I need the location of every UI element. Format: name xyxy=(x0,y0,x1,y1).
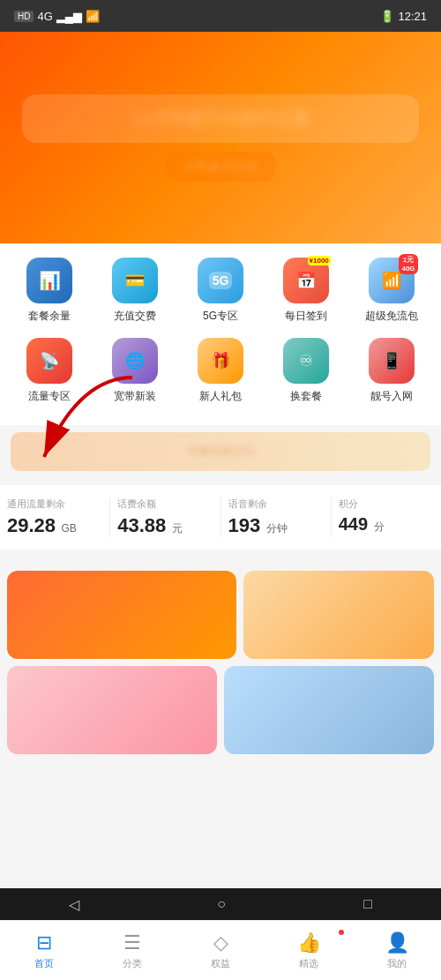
nav-category-label: 分类 xyxy=(123,957,142,970)
system-nav: ◁ ○ □ xyxy=(0,888,441,920)
stat-yuyin-name: 语音剩余 xyxy=(228,497,324,511)
divider-3 xyxy=(0,550,441,557)
nav-mine[interactable]: 👤 我的 xyxy=(353,926,441,976)
back-button[interactable]: ◁ xyxy=(69,896,79,913)
nav-benefits-label: 权益 xyxy=(211,957,230,970)
stat-liuliang-value: 29.28 xyxy=(7,514,56,536)
nav-home-label: 首页 xyxy=(34,957,54,970)
menu-label-huan: 换套餐 xyxy=(290,389,322,404)
stat-jifen-value: 449 xyxy=(339,514,368,534)
menu-label-mianliubao: 超级免流包 xyxy=(365,309,418,324)
menu-icon-5g: 5G xyxy=(198,258,243,303)
menu-icon-meiri: 📅 ¥1000 xyxy=(283,258,329,303)
mianliubao-icon: 📶 xyxy=(382,271,401,290)
chongzhi-icon: 💳 xyxy=(125,271,145,290)
promo-sub: 立即参与活动 xyxy=(183,159,258,175)
card-1[interactable] xyxy=(7,571,236,659)
card-row-1 xyxy=(7,571,434,659)
menu-icon-mianliubao: 📶 1元40G xyxy=(369,258,415,303)
menu-label-meiri: 每日签到 xyxy=(285,309,327,324)
menu-item-kuandai[interactable]: 🌐 宽带新装 xyxy=(100,338,170,404)
stat-yuyin: 语音剩余 193 分钟 xyxy=(221,497,332,537)
menu-label-hao: 靓号入网 xyxy=(370,389,413,404)
nav-featured-icon: 👍 xyxy=(297,931,321,954)
nav-benefits-icon: ◇ xyxy=(213,931,228,954)
menu-label-5g: 5G专区 xyxy=(203,309,238,324)
menu-item-hao[interactable]: 📱 靓号入网 xyxy=(356,338,427,404)
recent-button[interactable]: □ xyxy=(363,896,372,912)
divider-1 xyxy=(0,425,441,432)
stat-huafei-value-row: 43.88 元 xyxy=(117,514,213,537)
menu-label-kuandai: 宽带新装 xyxy=(114,389,156,404)
menu-item-5g[interactable]: 5G 5G专区 xyxy=(185,258,256,324)
stat-liuliang: 通用流量剩余 29.28 GB xyxy=(0,497,110,537)
stat-yuyin-value: 193 xyxy=(228,514,261,536)
home-button[interactable]: ○ xyxy=(217,896,226,912)
status-bar: HD 4G ▂▄▆ 📶 🔋 12:21 xyxy=(0,0,441,32)
menu-icon-liuliang: 📡 xyxy=(26,338,72,384)
meiri-icon: 📅 xyxy=(296,271,316,290)
kuandai-icon: 🌐 xyxy=(125,351,145,370)
menu-row-1: 📊 套餐余量 💳 充值交费 5G 5G专区 📅 ¥1000 每日签到 📶 xyxy=(7,258,434,324)
bottom-nav: ⊟ 首页 ☰ 分类 ◇ 权益 👍 精选 👤 我的 xyxy=(0,920,441,980)
wifi-icon: 📶 xyxy=(86,10,100,23)
status-left: HD 4G ▂▄▆ 📶 xyxy=(14,10,100,23)
promo-banner-text: 专属优惠活动 xyxy=(186,444,255,460)
menu-item-mianliubao[interactable]: 📶 1元40G 超级免流包 xyxy=(356,258,427,324)
promo-banner-blur[interactable]: 专属优惠活动 xyxy=(11,432,430,471)
hd-badge: HD xyxy=(14,11,34,22)
menu-item-taocan[interactable]: 📊 套餐余量 xyxy=(14,258,85,324)
cards-area xyxy=(0,564,441,761)
quick-menu: 📊 套餐余量 💳 充值交费 5G 5G专区 📅 ¥1000 每日签到 📶 xyxy=(0,243,441,425)
card-2[interactable] xyxy=(243,571,434,659)
menu-label-xinren: 新人礼包 xyxy=(199,389,242,404)
stat-huafei: 话费余额 43.88 元 xyxy=(110,497,220,537)
divider-2 xyxy=(0,471,441,478)
promo-title: 11月特惠活动限时优惠 xyxy=(34,107,407,131)
menu-label-chongzhi: 充值交费 xyxy=(114,309,156,324)
battery-icon: 🔋 xyxy=(380,10,394,23)
card-row-2 xyxy=(7,666,434,754)
stat-yuyin-value-row: 193 分钟 xyxy=(228,514,324,537)
card-3[interactable] xyxy=(7,666,217,754)
mianliubao-badge: 1元40G xyxy=(399,254,417,274)
signal-4g: 4G xyxy=(37,10,52,23)
liuliang-icon: 📡 xyxy=(40,351,59,370)
stat-huafei-unit: 元 xyxy=(172,522,183,535)
nav-category-icon: ☰ xyxy=(123,931,141,954)
huan-icon: ♾ xyxy=(299,351,313,370)
stat-yuyin-unit: 分钟 xyxy=(266,522,288,535)
stat-huafei-name: 话费余额 xyxy=(117,497,213,511)
menu-icon-chongzhi: 💳 xyxy=(112,258,158,303)
clock: 12:21 xyxy=(398,10,427,23)
menu-item-meiri[interactable]: 📅 ¥1000 每日签到 xyxy=(271,258,341,324)
menu-row-2: 📡 流量专区 🌐 宽带新装 🎁 新人礼包 ♾ 换套餐 📱 靓号 xyxy=(7,338,434,404)
stats-row: 通用流量剩余 29.28 GB 话费余额 43.88 元 语音剩余 193 分钟… xyxy=(0,497,441,537)
stat-jifen: 积分 449 分 xyxy=(332,497,441,537)
status-right: 🔋 12:21 xyxy=(380,10,427,23)
menu-item-liuliang[interactable]: 📡 流量专区 xyxy=(14,338,85,404)
menu-label-liuliang: 流量专区 xyxy=(28,389,71,404)
nav-category[interactable]: ☰ 分类 xyxy=(88,926,176,976)
hero-banner: 11月特惠活动限时优惠 立即参与活动 xyxy=(0,32,441,243)
nav-benefits[interactable]: ◇ 权益 xyxy=(176,926,265,976)
menu-item-chongzhi[interactable]: 💳 充值交费 xyxy=(100,258,170,324)
stat-jifen-name: 积分 xyxy=(339,497,434,511)
nav-featured-dot xyxy=(339,930,344,935)
menu-item-xinren[interactable]: 🎁 新人礼包 xyxy=(185,338,256,404)
menu-icon-kuandai: 🌐 xyxy=(112,338,158,384)
menu-icon-huan: ♾ xyxy=(283,338,329,384)
stat-liuliang-value-row: 29.28 GB xyxy=(7,514,102,537)
menu-icon-taocan: 📊 xyxy=(26,258,72,303)
stat-jifen-value-row: 449 分 xyxy=(339,514,434,535)
nav-home-icon: ⊟ xyxy=(36,931,52,954)
menu-item-huan[interactable]: ♾ 换套餐 xyxy=(271,338,341,404)
menu-icon-hao: 📱 xyxy=(369,338,415,384)
nav-home[interactable]: ⊟ 首页 xyxy=(0,926,88,976)
hao-icon: 📱 xyxy=(382,351,401,370)
card-4[interactable] xyxy=(224,666,434,754)
stat-liuliang-unit: GB xyxy=(62,522,77,535)
nav-featured[interactable]: 👍 精选 xyxy=(265,926,353,976)
5g-badge: 5G xyxy=(209,272,233,289)
nav-mine-icon: 👤 xyxy=(385,931,409,954)
